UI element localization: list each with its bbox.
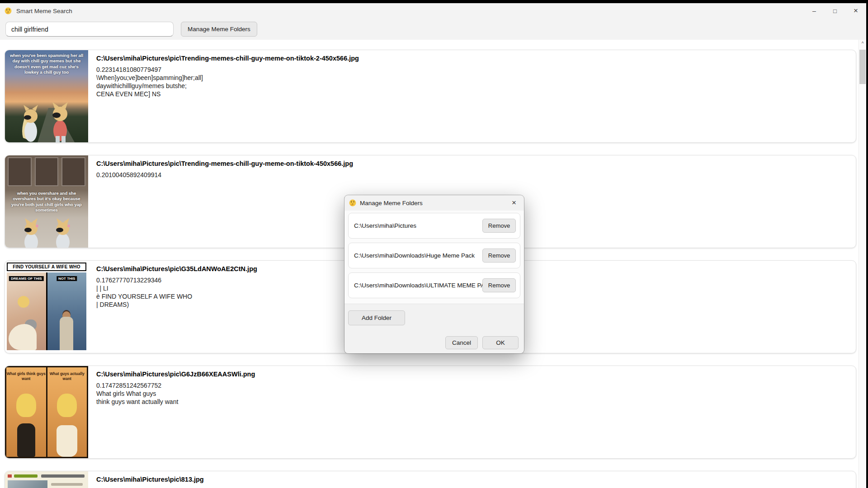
right-panel-illustration: What guys actually want (47, 367, 87, 457)
thumbnail-label: DREAMS OF THIS (9, 276, 43, 281)
result-score: 0.17627770713229346 (96, 276, 257, 284)
result-ocr-line: | DREAMS) (96, 300, 257, 309)
folder-list: C:\Users\miha\Pictures Remove C:\Users\m… (344, 211, 524, 304)
result-ocr-line: è FIND YOURSELF A WIFE WHO (96, 292, 257, 300)
dialog-close-button[interactable]: × (504, 195, 524, 211)
search-input[interactable] (5, 22, 174, 37)
toolbar: Manage Meme Folders (0, 19, 866, 40)
chill-guy-characters-illustration (5, 88, 88, 142)
maximize-icon: □ (833, 8, 837, 14)
post-marker-illustration (8, 474, 12, 478)
result-thumbnail-wife-meme: FIND YOURSELF A WIFE WHO DREAMS OF THIS … (5, 261, 88, 353)
result-text: C:\Users\miha\Pictures\pic\G35LdANWoAE2C… (88, 261, 265, 353)
dialog-close-icon: × (512, 198, 516, 207)
not-this-panel-illustration: NOT THIS (47, 272, 87, 350)
dialog-titlebar[interactable]: Manage Meme Folders × (344, 195, 524, 211)
result-card[interactable]: when you've been spamming her all day wi… (5, 50, 856, 143)
result-ocr-line: daywithichilllguy/memes butshe; (96, 82, 359, 90)
result-text: C:\Users\miha\Pictures\pic\813.jpg 0.171… (88, 471, 212, 488)
window-title: Smart Meme Search (16, 8, 72, 14)
manage-meme-folders-button[interactable]: Manage Meme Folders (181, 22, 257, 37)
result-path: C:\Users\miha\Pictures\pic\813.jpg (96, 476, 204, 483)
folder-row: C:\Users\miha\Downloads\ULTIMATE MEME PA… (348, 272, 520, 298)
scroll-up-button[interactable]: ^ (859, 40, 866, 47)
result-score: 0.20100405892409914 (96, 171, 353, 179)
remove-folder-button[interactable]: Remove (482, 278, 516, 292)
result-score: 0.22314181080779497 (96, 66, 359, 74)
app-window: Smart Meme Search – □ × Manage Meme Fold… (0, 3, 866, 488)
result-thumbnail-girls-guys-meme: What girls think guys want What guys act… (5, 366, 88, 458)
remove-folder-button[interactable]: Remove (482, 219, 516, 233)
app-thinking-face-icon (5, 7, 12, 14)
close-icon: × (854, 6, 858, 15)
result-path: C:\Users\miha\Pictures\pic\Trending-meme… (96, 55, 359, 62)
folder-path: C:\Users\miha\Downloads\Huge Meme Pack (354, 252, 475, 259)
result-text: C:\Users\miha\Pictures\pic\Trending-meme… (88, 155, 361, 248)
folder-row: C:\Users\miha\Downloads\Huge Meme Pack R… (348, 243, 520, 268)
dialog-footer: Add Folder Cancel OK (344, 304, 524, 349)
result-card[interactable]: What girls think guys want What guys act… (5, 366, 856, 459)
scrollbar-thumb[interactable] (859, 50, 866, 84)
cancel-button[interactable]: Cancel (445, 336, 478, 349)
add-folder-button[interactable]: Add Folder (348, 310, 405, 325)
maximize-button[interactable]: □ (825, 3, 845, 19)
thumbnail-caption: when you've been spamming her all day wi… (5, 50, 88, 78)
thumbnail-header-text: FIND YOURSELF A WIFE WHO (7, 263, 86, 271)
result-ocr-line: think guys want actually want (96, 398, 255, 406)
result-thumbnail-chill-girls: when you overshare and she overshares bu… (5, 155, 88, 248)
result-text: C:\Users\miha\Pictures\pic\Trending-meme… (88, 50, 367, 142)
post-date-illustration (41, 474, 85, 478)
result-thumbnail-imageboard-post (5, 471, 88, 488)
result-path: C:\Users\miha\Pictures\pic\G6JzB66XEAASW… (96, 371, 255, 378)
thumbnail-caption: when you overshare and she overshares bu… (5, 188, 88, 216)
manage-meme-folders-dialog: Manage Meme Folders × C:\Users\miha\Pict… (344, 195, 524, 353)
thumbnail-caption: What girls think guys want (6, 371, 46, 382)
thumbnail-label: NOT THIS (57, 276, 77, 281)
folder-path: C:\Users\miha\Downloads\ULTIMATE MEME PA… (354, 282, 482, 289)
dialog-title: Manage Meme Folders (360, 200, 423, 206)
result-score: 0.17472851242567752 (96, 381, 255, 389)
minimize-icon: – (812, 7, 816, 14)
poster-name-illustration (14, 474, 38, 478)
scroll-up-icon: ^ (862, 41, 864, 46)
result-card[interactable]: C:\Users\miha\Pictures\pic\813.jpg 0.171… (5, 471, 856, 488)
close-button[interactable]: × (845, 3, 866, 19)
thumbnail-caption: What guys actually want (47, 371, 87, 382)
result-path: C:\Users\miha\Pictures\pic\Trending-meme… (96, 160, 353, 167)
post-image-illustration (8, 480, 47, 488)
result-ocr-line: \When}you;ve]been]spamming]her;all] (96, 74, 359, 82)
result-ocr-line: | | LI (96, 284, 257, 292)
result-ocr-line: CENA EVEN MEC] NS (96, 90, 359, 98)
result-text: C:\Users\miha\Pictures\pic\G6JzB66XEAASW… (88, 366, 263, 458)
app-thinking-face-icon (349, 199, 356, 206)
chill-girls-characters-illustration (5, 216, 88, 248)
minimize-button[interactable]: – (804, 3, 825, 19)
ok-button[interactable]: OK (482, 336, 519, 349)
result-path: C:\Users\miha\Pictures\pic\G35LdANWoAE2C… (96, 265, 257, 272)
window-titlebar[interactable]: Smart Meme Search – □ × (0, 3, 866, 19)
post-text-illustration (51, 483, 83, 486)
folder-path: C:\Users\miha\Pictures (354, 222, 416, 229)
left-panel-illustration: What girls think guys want (6, 367, 46, 457)
folder-row: C:\Users\miha\Pictures Remove (348, 213, 520, 239)
wall-frames-illustration (8, 157, 85, 186)
result-ocr-line: What girls What guys (96, 389, 255, 398)
result-thumbnail-chill-guy-couple: when you've been spamming her all day wi… (5, 50, 88, 142)
dreams-panel-illustration: DREAMS OF THIS (7, 272, 46, 350)
remove-folder-button[interactable]: Remove (482, 249, 516, 263)
vertical-scrollbar[interactable]: ^ (859, 40, 866, 488)
